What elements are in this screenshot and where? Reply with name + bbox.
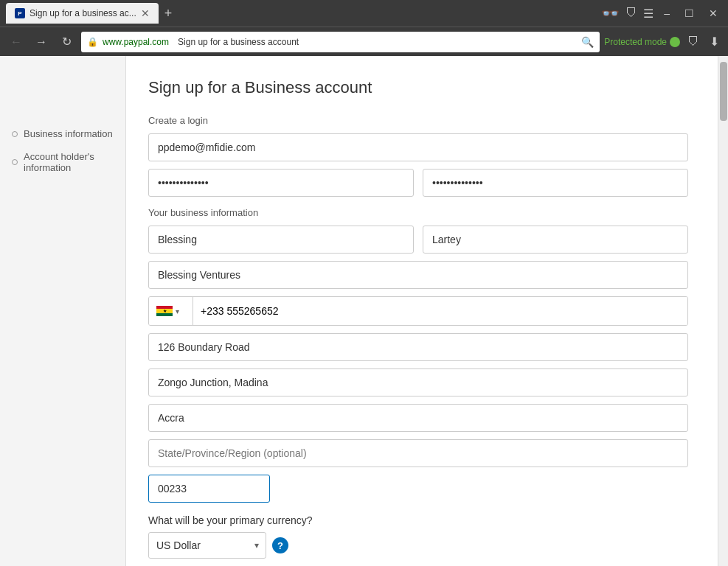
phone-row: ★ ▾ [148, 296, 688, 326]
city-suburb-field[interactable] [148, 368, 688, 396]
email-field[interactable] [148, 133, 688, 161]
create-login-label: Create a login [148, 115, 688, 126]
help-icon: ? [277, 540, 283, 551]
street-address-field[interactable] [148, 333, 688, 361]
browser-chrome: P Sign up for a business ac... ✕ + 👓 ⛉ ☰… [0, 0, 728, 56]
protected-mode-indicator: Protected mode [604, 37, 680, 47]
sidebar-dot-2 [12, 159, 18, 165]
page-title-in-bar: Sign up for a business account [178, 37, 299, 47]
currency-select-wrap: US Dollar British Pound Euro Canadian Do… [148, 532, 266, 559]
favorites-bar-icon[interactable]: ⛉ [684, 32, 702, 52]
zip-field[interactable] [148, 475, 270, 503]
toolbar-right: Protected mode ⛉ ⬇ [604, 32, 722, 52]
zip-row [148, 475, 688, 503]
reading-mode-icon[interactable]: 👓 [601, 4, 620, 22]
state-province-field[interactable] [148, 439, 688, 467]
menu-icon[interactable]: ☰ [643, 7, 654, 21]
new-tab-button[interactable]: + [162, 3, 176, 24]
name-row [148, 226, 688, 254]
currency-select[interactable]: US Dollar British Pound Euro Canadian Do… [148, 532, 266, 559]
password-field[interactable] [148, 169, 414, 197]
business-name-row [148, 261, 688, 289]
download-icon[interactable]: ⬇ [707, 32, 722, 52]
ghana-flag: ★ [156, 306, 173, 316]
search-icon[interactable]: 🔍 [581, 36, 594, 48]
currency-section: What will be your primary currency? US D… [148, 514, 688, 559]
state-city-field[interactable] [148, 404, 688, 432]
currency-row: US Dollar British Pound Euro Canadian Do… [148, 532, 688, 559]
scrollbar-thumb[interactable] [720, 62, 727, 121]
sidebar-item-account-holder[interactable]: Account holder's information [12, 145, 114, 179]
sidebar-label-business-info: Business information [24, 128, 113, 139]
phone-number-field[interactable] [193, 297, 687, 325]
url-domain: www.paypal.com [103, 37, 169, 47]
tab-bar: P Sign up for a business ac... ✕ + 👓 ⛉ ☰… [0, 0, 728, 27]
tab-title: Sign up for a business ac... [30, 8, 136, 18]
business-info-label: Your business information [148, 207, 688, 218]
protected-mode-label: Protected mode [604, 37, 667, 47]
address-bar[interactable]: 🔒 www.paypal.com Sign up for a business … [81, 32, 600, 52]
page-heading: Sign up for a Business account [148, 78, 688, 97]
state-city-row [148, 404, 688, 432]
city-suburb-row [148, 368, 688, 396]
sidebar-label-account-holder: Account holder's information [24, 151, 114, 173]
email-row [148, 133, 688, 161]
tab-close-button[interactable]: ✕ [141, 7, 150, 19]
protected-mode-dot [670, 37, 680, 47]
main-content: Sign up for a Business account Create a … [125, 56, 718, 566]
minimize-button[interactable]: – [659, 7, 674, 19]
phone-country-selector[interactable]: ★ ▾ [149, 297, 193, 325]
browser-content: Business information Account holder's in… [0, 56, 728, 566]
business-name-field[interactable] [148, 261, 688, 289]
currency-label: What will be your primary currency? [148, 514, 688, 526]
close-button[interactable]: ✕ [704, 7, 722, 19]
lock-icon: 🔒 [87, 37, 98, 47]
active-tab[interactable]: P Sign up for a business ac... ✕ [6, 3, 159, 24]
password-confirm-field[interactable] [423, 169, 688, 197]
sidebar: Business information Account holder's in… [0, 56, 125, 566]
favorites-icon[interactable]: ⛉ [625, 7, 637, 20]
country-chevron-icon: ▾ [176, 307, 179, 315]
password-row [148, 169, 688, 197]
first-name-field[interactable] [148, 226, 414, 254]
state-province-row [148, 439, 688, 467]
maximize-button[interactable]: ☐ [680, 7, 698, 19]
forward-button[interactable]: → [31, 32, 52, 52]
sidebar-dot-1 [12, 131, 18, 137]
sidebar-item-business-info[interactable]: Business information [12, 122, 114, 145]
back-button[interactable]: ← [6, 32, 27, 52]
tab-favicon: P [15, 8, 25, 18]
last-name-field[interactable] [423, 226, 688, 254]
browser-toolbar: ← → ↻ 🔒 www.paypal.com Sign up for a bus… [0, 27, 728, 56]
refresh-button[interactable]: ↻ [56, 32, 77, 52]
scrollbar-track[interactable] [718, 56, 728, 566]
currency-help-button[interactable]: ? [272, 537, 288, 553]
street-address-row [148, 333, 688, 361]
